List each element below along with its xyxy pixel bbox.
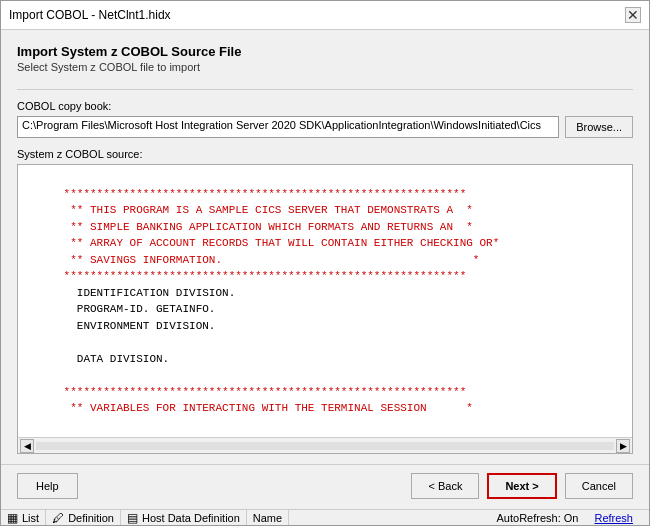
close-button[interactable]: ✕ bbox=[625, 7, 641, 23]
list-icon: ▦ bbox=[7, 511, 18, 525]
list-label[interactable]: List bbox=[22, 512, 39, 524]
host-data-label[interactable]: Host Data Definition bbox=[142, 512, 240, 524]
dialog-title: Import System z COBOL Source File bbox=[17, 44, 633, 59]
title-bar: Import COBOL - NetClnt1.hidx ✕ bbox=[1, 1, 649, 30]
browse-button[interactable]: Browse... bbox=[565, 116, 633, 138]
window-title: Import COBOL - NetClnt1.hidx bbox=[9, 8, 171, 22]
name-label: Name bbox=[253, 512, 282, 524]
host-data-icon: ▤ bbox=[127, 511, 138, 525]
autofresh-label: AutoRefresh: On bbox=[489, 510, 587, 526]
definition-icon: 🖊 bbox=[52, 511, 64, 525]
source-label: System z COBOL source: bbox=[17, 148, 633, 160]
navigation-buttons: < Back Next > Cancel bbox=[411, 473, 633, 499]
button-bar: Help < Back Next > Cancel bbox=[1, 464, 649, 509]
horizontal-scrollbar[interactable]: ◀ ▶ bbox=[18, 437, 632, 453]
definition-label[interactable]: Definition bbox=[68, 512, 114, 524]
next-button[interactable]: Next > bbox=[487, 473, 556, 499]
name-status-item: Name bbox=[247, 510, 289, 525]
scroll-right-arrow[interactable]: ▶ bbox=[616, 439, 630, 453]
autofresh-area: AutoRefresh: On Refresh bbox=[289, 510, 649, 526]
cobol-copy-book-label: COBOL copy book: bbox=[17, 100, 633, 112]
status-bar: ▦ List 🖊 Definition ▤ Host Data Definiti… bbox=[1, 509, 649, 525]
refresh-button[interactable]: Refresh bbox=[586, 510, 641, 526]
file-path-row: C:\Program Files\Microsoft Host Integrat… bbox=[17, 116, 633, 138]
help-button[interactable]: Help bbox=[17, 473, 78, 499]
scroll-track[interactable] bbox=[36, 442, 614, 450]
host-data-status-item: ▤ Host Data Definition bbox=[121, 510, 247, 525]
separator bbox=[17, 89, 633, 90]
dialog-header: Import System z COBOL Source File Select… bbox=[17, 44, 633, 73]
source-area[interactable]: ****************************************… bbox=[18, 165, 632, 437]
cancel-button[interactable]: Cancel bbox=[565, 473, 633, 499]
source-area-wrapper: ****************************************… bbox=[17, 164, 633, 454]
scroll-left-arrow[interactable]: ◀ bbox=[20, 439, 34, 453]
back-button[interactable]: < Back bbox=[411, 473, 479, 499]
main-window: Import COBOL - NetClnt1.hidx ✕ Import Sy… bbox=[0, 0, 650, 526]
dialog-subtitle: Select System z COBOL file to import bbox=[17, 61, 633, 73]
file-path-input[interactable]: C:\Program Files\Microsoft Host Integrat… bbox=[17, 116, 559, 138]
dialog-content: Import System z COBOL Source File Select… bbox=[1, 30, 649, 464]
definition-status-item: 🖊 Definition bbox=[46, 510, 121, 525]
list-status-item: ▦ List bbox=[1, 510, 46, 525]
